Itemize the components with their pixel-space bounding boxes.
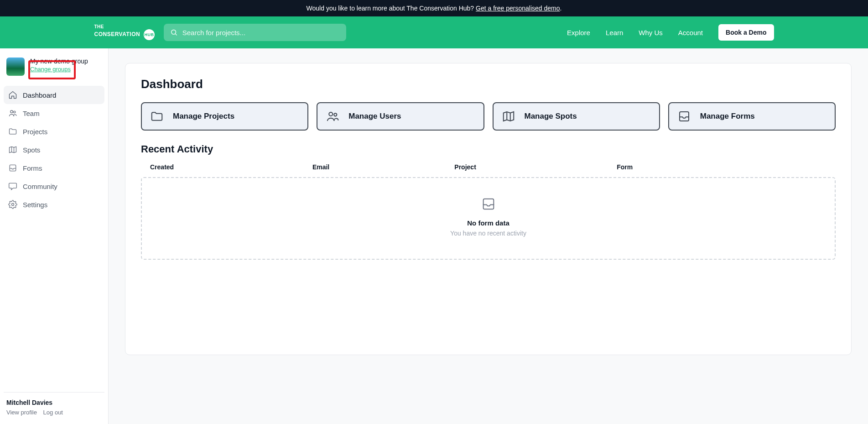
nav-explore[interactable]: Explore	[567, 29, 590, 37]
logo-line2: CONSERVATION	[94, 31, 140, 37]
side-nav: Dashboard Team Projects Spots Forms Comm…	[4, 86, 104, 214]
sidebar-item-label: Forms	[23, 164, 42, 172]
user-name: Mitchell Davies	[6, 399, 102, 406]
activity-table-header: Created Email Project Form	[141, 163, 836, 177]
col-project: Project	[454, 163, 617, 171]
sidebar-item-spots[interactable]: Spots	[4, 141, 104, 159]
sidebar-item-label: Team	[23, 110, 40, 117]
logo[interactable]: THE CONSERVATION HUB	[94, 25, 155, 40]
tile-label: Manage Spots	[525, 112, 577, 121]
tile-label: Manage Forms	[700, 112, 755, 121]
header: THE CONSERVATION HUB Explore Learn Why U…	[0, 16, 868, 48]
sidebar-item-label: Settings	[23, 201, 47, 209]
logo-hub-badge: HUB	[144, 29, 155, 40]
empty-state: No form data You have no recent activity	[141, 177, 836, 260]
empty-title: No form data	[142, 219, 835, 227]
search-input[interactable]	[182, 29, 340, 37]
sidebar-item-label: Dashboard	[23, 91, 56, 99]
svg-line-1	[176, 34, 177, 35]
col-email: Email	[312, 163, 454, 171]
search-icon	[170, 28, 178, 37]
promo-banner: Would you like to learn more about The C…	[0, 0, 868, 16]
users-icon	[326, 110, 339, 123]
col-created: Created	[150, 163, 312, 171]
tile-manage-forms[interactable]: Manage Forms	[668, 102, 836, 131]
tile-manage-projects[interactable]: Manage Projects	[141, 102, 308, 131]
svg-point-0	[172, 30, 176, 34]
map-icon	[502, 110, 515, 123]
recent-activity-title: Recent Activity	[141, 143, 836, 155]
nav-links: Explore Learn Why Us Account Book a Demo	[567, 24, 774, 41]
col-form: Form	[617, 163, 765, 171]
folder-icon	[150, 110, 164, 123]
search-box[interactable]	[164, 24, 346, 41]
logo-line1: THE	[94, 25, 155, 29]
tile-label: Manage Users	[348, 112, 401, 121]
users-icon	[8, 109, 17, 118]
sidebar-footer: Mitchell Davies View profile Log out	[4, 392, 104, 419]
gear-icon	[8, 200, 17, 209]
tile-manage-users[interactable]: Manage Users	[317, 102, 484, 131]
tile-manage-spots[interactable]: Manage Spots	[493, 102, 660, 131]
group-block: My new demo group Change groups	[4, 55, 104, 82]
main: Dashboard Manage Projects Manage Users M…	[109, 48, 868, 424]
content-card: Dashboard Manage Projects Manage Users M…	[125, 63, 852, 355]
tile-label: Manage Projects	[173, 112, 234, 121]
view-profile-link[interactable]: View profile	[6, 409, 37, 416]
svg-point-6	[334, 113, 337, 116]
banner-suffix: .	[560, 5, 562, 12]
nav-account[interactable]: Account	[678, 29, 703, 37]
sidebar-item-label: Projects	[23, 128, 47, 136]
folder-icon	[8, 127, 17, 136]
svg-point-4	[12, 204, 14, 206]
empty-subtitle: You have no recent activity	[142, 230, 835, 237]
home-icon	[8, 90, 17, 99]
nav-why-us[interactable]: Why Us	[639, 29, 663, 37]
svg-point-3	[14, 111, 16, 113]
svg-point-5	[329, 112, 333, 116]
sidebar-item-dashboard[interactable]: Dashboard	[4, 86, 104, 104]
tile-row: Manage Projects Manage Users Manage Spot…	[141, 102, 836, 131]
sidebar: My new demo group Change groups Dashboar…	[0, 48, 109, 424]
sidebar-item-community[interactable]: Community	[4, 177, 104, 195]
change-groups-link[interactable]: Change groups	[30, 66, 88, 73]
sidebar-item-label: Community	[23, 183, 57, 190]
book-demo-button[interactable]: Book a Demo	[718, 24, 774, 41]
page-title: Dashboard	[141, 77, 836, 91]
inbox-icon	[479, 196, 498, 212]
chat-icon	[8, 182, 17, 191]
inbox-icon	[8, 163, 17, 173]
banner-demo-link[interactable]: Get a free personalised demo	[476, 5, 560, 12]
nav-learn[interactable]: Learn	[606, 29, 623, 37]
sidebar-item-label: Spots	[23, 146, 40, 154]
sidebar-item-team[interactable]: Team	[4, 104, 104, 122]
sidebar-item-settings[interactable]: Settings	[4, 195, 104, 214]
group-thumbnail	[6, 58, 25, 76]
sidebar-item-projects[interactable]: Projects	[4, 122, 104, 141]
map-icon	[8, 145, 17, 154]
logout-link[interactable]: Log out	[43, 409, 63, 416]
group-name: My new demo group	[30, 58, 88, 65]
sidebar-item-forms[interactable]: Forms	[4, 159, 104, 177]
inbox-icon	[677, 110, 691, 123]
banner-text: Would you like to learn more about The C…	[307, 5, 476, 12]
svg-point-2	[10, 110, 13, 113]
